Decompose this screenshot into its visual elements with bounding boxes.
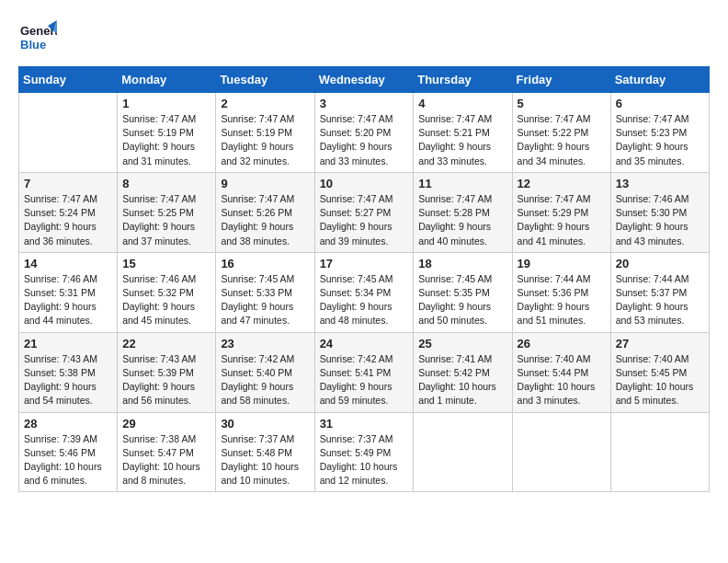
day-cell <box>414 412 512 492</box>
day-cell <box>512 412 610 492</box>
day-info: Sunrise: 7:47 AMSunset: 5:26 PMDaylight:… <box>221 192 309 248</box>
day-cell: 1Sunrise: 7:47 AMSunset: 5:19 PMDaylight… <box>118 93 216 173</box>
day-number: 12 <box>518 177 606 190</box>
day-info: Sunrise: 7:41 AMSunset: 5:42 PMDaylight:… <box>418 352 506 408</box>
day-info: Sunrise: 7:47 AMSunset: 5:21 PMDaylight:… <box>418 112 506 168</box>
day-info: Sunrise: 7:37 AMSunset: 5:48 PMDaylight:… <box>221 432 309 488</box>
day-cell: 18Sunrise: 7:45 AMSunset: 5:35 PMDayligh… <box>414 252 512 332</box>
day-info: Sunrise: 7:42 AMSunset: 5:41 PMDaylight:… <box>320 352 409 408</box>
day-number: 3 <box>320 97 409 110</box>
day-number: 18 <box>418 257 506 270</box>
day-number: 5 <box>518 97 606 110</box>
day-number: 1 <box>122 97 210 110</box>
day-info: Sunrise: 7:37 AMSunset: 5:49 PMDaylight:… <box>320 432 409 488</box>
day-number: 27 <box>616 337 704 350</box>
svg-text:Blue: Blue <box>20 38 46 52</box>
day-number: 13 <box>616 177 704 190</box>
day-info: Sunrise: 7:40 AMSunset: 5:45 PMDaylight:… <box>616 352 704 408</box>
day-number: 15 <box>122 257 210 270</box>
day-info: Sunrise: 7:47 AMSunset: 5:23 PMDaylight:… <box>616 112 704 168</box>
day-cell: 8Sunrise: 7:47 AMSunset: 5:25 PMDaylight… <box>118 172 216 252</box>
day-cell: 4Sunrise: 7:47 AMSunset: 5:21 PMDaylight… <box>414 93 512 173</box>
day-number: 14 <box>24 257 112 270</box>
header-sunday: Sunday <box>19 67 118 93</box>
day-number: 25 <box>418 337 506 350</box>
day-info: Sunrise: 7:47 AMSunset: 5:19 PMDaylight:… <box>122 112 210 168</box>
day-info: Sunrise: 7:46 AMSunset: 5:32 PMDaylight:… <box>122 272 210 328</box>
day-cell: 29Sunrise: 7:38 AMSunset: 5:47 PMDayligh… <box>118 412 216 492</box>
day-cell: 24Sunrise: 7:42 AMSunset: 5:41 PMDayligh… <box>314 332 414 412</box>
day-cell: 27Sunrise: 7:40 AMSunset: 5:45 PMDayligh… <box>610 332 709 412</box>
day-number: 10 <box>320 177 409 190</box>
header-friday: Friday <box>512 67 610 93</box>
day-info: Sunrise: 7:47 AMSunset: 5:28 PMDaylight:… <box>418 192 506 248</box>
day-info: Sunrise: 7:47 AMSunset: 5:27 PMDaylight:… <box>320 192 409 248</box>
day-cell: 9Sunrise: 7:47 AMSunset: 5:26 PMDaylight… <box>216 172 314 252</box>
week-row-2: 14Sunrise: 7:46 AMSunset: 5:31 PMDayligh… <box>19 252 710 332</box>
day-cell: 22Sunrise: 7:43 AMSunset: 5:39 PMDayligh… <box>118 332 216 412</box>
day-info: Sunrise: 7:45 AMSunset: 5:34 PMDaylight:… <box>320 272 409 328</box>
day-cell: 3Sunrise: 7:47 AMSunset: 5:20 PMDaylight… <box>314 93 414 173</box>
header-wednesday: Wednesday <box>314 67 414 93</box>
day-cell: 7Sunrise: 7:47 AMSunset: 5:24 PMDaylight… <box>19 172 118 252</box>
day-cell: 13Sunrise: 7:46 AMSunset: 5:30 PMDayligh… <box>610 172 709 252</box>
day-info: Sunrise: 7:42 AMSunset: 5:40 PMDaylight:… <box>221 352 309 408</box>
day-info: Sunrise: 7:47 AMSunset: 5:20 PMDaylight:… <box>320 112 409 168</box>
day-number: 2 <box>221 97 309 110</box>
day-cell: 10Sunrise: 7:47 AMSunset: 5:27 PMDayligh… <box>314 172 414 252</box>
day-info: Sunrise: 7:43 AMSunset: 5:38 PMDaylight:… <box>24 352 112 408</box>
day-info: Sunrise: 7:46 AMSunset: 5:30 PMDaylight:… <box>616 192 704 248</box>
day-number: 17 <box>320 257 409 270</box>
day-cell: 16Sunrise: 7:45 AMSunset: 5:33 PMDayligh… <box>216 252 314 332</box>
day-number: 11 <box>418 177 506 190</box>
header-monday: Monday <box>118 67 216 93</box>
day-cell: 11Sunrise: 7:47 AMSunset: 5:28 PMDayligh… <box>414 172 512 252</box>
header-tuesday: Tuesday <box>216 67 314 93</box>
day-cell <box>610 412 709 492</box>
day-info: Sunrise: 7:47 AMSunset: 5:29 PMDaylight:… <box>518 192 606 248</box>
day-number: 21 <box>24 337 112 350</box>
day-info: Sunrise: 7:47 AMSunset: 5:22 PMDaylight:… <box>518 112 606 168</box>
day-number: 26 <box>518 337 606 350</box>
day-info: Sunrise: 7:44 AMSunset: 5:36 PMDaylight:… <box>518 272 606 328</box>
day-info: Sunrise: 7:38 AMSunset: 5:47 PMDaylight:… <box>122 432 210 488</box>
week-row-3: 21Sunrise: 7:43 AMSunset: 5:38 PMDayligh… <box>19 332 710 412</box>
day-number: 24 <box>320 337 409 350</box>
day-info: Sunrise: 7:45 AMSunset: 5:33 PMDaylight:… <box>221 272 309 328</box>
day-number: 7 <box>24 177 112 190</box>
day-number: 31 <box>320 417 409 431</box>
day-cell: 20Sunrise: 7:44 AMSunset: 5:37 PMDayligh… <box>610 252 709 332</box>
week-row-0: 1Sunrise: 7:47 AMSunset: 5:19 PMDaylight… <box>19 93 710 173</box>
day-info: Sunrise: 7:44 AMSunset: 5:37 PMDaylight:… <box>616 272 704 328</box>
day-cell: 21Sunrise: 7:43 AMSunset: 5:38 PMDayligh… <box>19 332 118 412</box>
calendar-header-row: SundayMondayTuesdayWednesdayThursdayFrid… <box>19 67 710 93</box>
day-info: Sunrise: 7:47 AMSunset: 5:19 PMDaylight:… <box>221 112 309 168</box>
calendar: SundayMondayTuesdayWednesdayThursdayFrid… <box>18 66 710 492</box>
logo: General Blue <box>18 18 64 57</box>
day-cell: 23Sunrise: 7:42 AMSunset: 5:40 PMDayligh… <box>216 332 314 412</box>
day-cell: 30Sunrise: 7:37 AMSunset: 5:48 PMDayligh… <box>216 412 314 492</box>
header-saturday: Saturday <box>610 67 709 93</box>
day-number: 16 <box>221 257 309 270</box>
day-cell: 31Sunrise: 7:37 AMSunset: 5:49 PMDayligh… <box>314 412 414 492</box>
day-number: 22 <box>122 337 210 350</box>
day-number: 20 <box>616 257 704 270</box>
day-info: Sunrise: 7:47 AMSunset: 5:25 PMDaylight:… <box>122 192 210 248</box>
day-cell <box>19 93 118 173</box>
day-number: 19 <box>518 257 606 270</box>
day-number: 4 <box>418 97 506 110</box>
day-cell: 15Sunrise: 7:46 AMSunset: 5:32 PMDayligh… <box>118 252 216 332</box>
day-number: 29 <box>122 417 210 431</box>
day-cell: 5Sunrise: 7:47 AMSunset: 5:22 PMDaylight… <box>512 93 610 173</box>
day-number: 30 <box>221 417 309 431</box>
day-info: Sunrise: 7:40 AMSunset: 5:44 PMDaylight:… <box>518 352 606 408</box>
day-number: 8 <box>122 177 210 190</box>
header-thursday: Thursday <box>414 67 512 93</box>
week-row-1: 7Sunrise: 7:47 AMSunset: 5:24 PMDaylight… <box>19 172 710 252</box>
day-info: Sunrise: 7:39 AMSunset: 5:46 PMDaylight:… <box>24 432 112 488</box>
page-header: General Blue <box>18 18 710 57</box>
day-info: Sunrise: 7:47 AMSunset: 5:24 PMDaylight:… <box>24 192 112 248</box>
day-cell: 19Sunrise: 7:44 AMSunset: 5:36 PMDayligh… <box>512 252 610 332</box>
day-cell: 17Sunrise: 7:45 AMSunset: 5:34 PMDayligh… <box>314 252 414 332</box>
day-cell: 26Sunrise: 7:40 AMSunset: 5:44 PMDayligh… <box>512 332 610 412</box>
